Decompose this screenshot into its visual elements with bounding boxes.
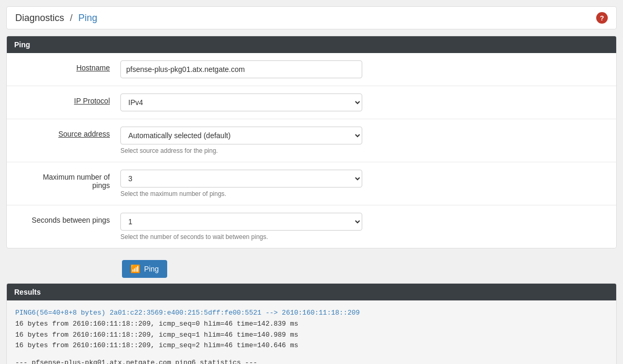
breadcrumb-separator: / xyxy=(70,13,73,23)
ping-button[interactable]: 📶 Ping xyxy=(122,260,167,278)
result-line-2: 16 bytes from 2610:160:11:18::209, icmp_… xyxy=(15,330,608,341)
seconds-between-help: Select the number of seconds to wait bet… xyxy=(120,233,608,241)
max-pings-row: Maximum number ofpings 1 2 3 4 5 6 7 8 9… xyxy=(7,162,616,205)
results-panel: Results PING6(56=40+8+8 bytes) 2a01:c22:… xyxy=(6,283,617,364)
breadcrumb-parent: Diagnostics xyxy=(15,13,64,23)
wifi-icon: 📶 xyxy=(130,264,140,274)
max-pings-select[interactable]: 1 2 3 4 5 6 7 8 9 10 xyxy=(120,170,362,188)
source-address-control: Automatically selected (default) Select … xyxy=(120,127,608,154)
results-panel-header: Results xyxy=(7,284,616,300)
ip-protocol-select[interactable]: IPv4 IPv6 xyxy=(120,93,362,111)
results-panel-body: PING6(56=40+8+8 bytes) 2a01:c22:3569:e40… xyxy=(7,300,616,364)
help-icon[interactable]: ? xyxy=(596,12,608,24)
seconds-between-control: 1 2 3 4 5 Select the number of seconds t… xyxy=(120,213,608,241)
source-address-row: Source address Automatically selected (d… xyxy=(7,119,616,162)
result-line-5: --- pfsense-plus-pkg01.atx.netgate.com p… xyxy=(15,358,608,364)
result-line-1: 16 bytes from 2610:160:11:18::209, icmp_… xyxy=(15,319,608,330)
result-line-0: PING6(56=40+8+8 bytes) 2a01:c22:3569:e40… xyxy=(15,308,608,319)
source-address-help: Select source address for the ping. xyxy=(120,147,608,154)
ping-panel: Ping Hostname IP Protocol IPv4 IPv6 xyxy=(6,36,617,248)
max-pings-help: Select the maximum number of pings. xyxy=(120,190,608,197)
source-address-label: Source address xyxy=(15,127,120,138)
ping-panel-body: Hostname IP Protocol IPv4 IPv6 Source ad… xyxy=(7,53,616,248)
result-spacer xyxy=(15,351,608,358)
hostname-row: Hostname xyxy=(7,53,616,86)
seconds-between-row: Seconds between pings 1 2 3 4 5 Select t… xyxy=(7,205,616,248)
ping-button-label: Ping xyxy=(144,265,159,273)
seconds-between-label: Seconds between pings xyxy=(15,213,120,224)
hostname-control xyxy=(120,60,608,78)
ping-panel-header: Ping xyxy=(7,36,616,53)
hostname-input[interactable] xyxy=(120,60,362,78)
ip-protocol-control: IPv4 IPv6 xyxy=(120,93,608,111)
result-line-3: 16 bytes from 2610:160:11:18::209, icmp_… xyxy=(15,340,608,351)
breadcrumb-current: Ping xyxy=(78,13,97,23)
max-pings-label: Maximum number ofpings xyxy=(15,170,120,190)
source-address-select[interactable]: Automatically selected (default) xyxy=(120,127,362,144)
breadcrumb-bar: Diagnostics / Ping ? xyxy=(6,6,617,29)
hostname-label: Hostname xyxy=(15,60,120,72)
seconds-between-select[interactable]: 1 2 3 4 5 xyxy=(120,213,362,231)
breadcrumb: Diagnostics / Ping xyxy=(15,13,97,24)
max-pings-control: 1 2 3 4 5 6 7 8 9 10 Select the maximum … xyxy=(120,170,608,197)
ip-protocol-label: IP Protocol xyxy=(15,93,120,105)
ip-protocol-row: IP Protocol IPv4 IPv6 xyxy=(7,86,616,119)
